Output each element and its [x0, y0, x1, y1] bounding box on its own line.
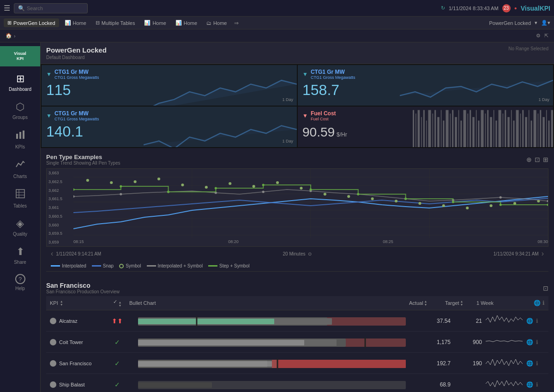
info-icon-ship[interactable]: ℹ	[536, 381, 538, 388]
navtab-dropdown-icon[interactable]: ▾	[535, 20, 537, 26]
svg-rect-49	[533, 110, 536, 147]
svg-point-79	[347, 195, 350, 198]
navtab-multiple-tables[interactable]: ⊟ Multiple Tables	[92, 18, 139, 27]
charts-icon	[15, 159, 26, 172]
legend-color-interpolated	[51, 265, 60, 267]
sidebar-label-groups: Groups	[12, 115, 28, 120]
kpi-tile-1[interactable]: ▼ CTG1 Gr MW CTG1 Gross Megawatts 115 1 …	[42, 65, 297, 106]
chart-fullscreen-icon[interactable]: ⊞	[543, 156, 548, 163]
sf-subtitle: San Francisco Production Overview	[46, 289, 120, 294]
kpi-axis-label-1: 1 Day	[282, 97, 293, 102]
search-box[interactable]: 🔍 Search	[14, 3, 88, 13]
info-icon-alcatraz[interactable]: ℹ	[536, 318, 538, 324]
svg-rect-44	[520, 113, 521, 147]
sidebar-label-dashboard: Dashboard	[9, 87, 31, 92]
sidebar-item-dashboard[interactable]: ⊞ Dashboard	[0, 68, 40, 96]
col-actual[interactable]: Actual ▲▼	[409, 300, 441, 306]
kpi-arrow-1: ▼	[46, 71, 52, 77]
kpis-icon	[15, 129, 26, 143]
table-row[interactable]: Alcatraz ⬆⬆ 37.54 21	[46, 310, 548, 332]
svg-rect-39	[505, 110, 506, 147]
svg-point-103	[262, 184, 265, 186]
status-alcatraz: ⬆⬆	[112, 317, 123, 325]
dashboard-header: No Range Selected PowerGen Locked Defaul…	[41, 42, 554, 64]
sparkline-alcatraz	[486, 313, 523, 327]
kpi-tile-2[interactable]: ▼ CTG1 Gr MW CTG1 Gross Megawatts 158.7 …	[298, 65, 553, 106]
sidebar-item-share[interactable]: ⬆ Share	[0, 241, 40, 269]
table-row[interactable]: San Francisco ✓ 192.7 190	[46, 353, 548, 374]
time-zoom-icon[interactable]: ⊙	[308, 251, 312, 256]
settings-icon[interactable]: ⚙	[536, 33, 541, 39]
svg-point-69	[110, 181, 113, 184]
navtab-home3[interactable]: 📊 Home	[172, 18, 201, 27]
alert-count[interactable]: 23	[502, 4, 511, 12]
sidebar-item-kpis[interactable]: KPIs	[0, 125, 40, 154]
kpi-sparkline-1	[144, 65, 297, 106]
bullet-chart-sf	[129, 358, 415, 369]
y-label-5: 3,660.5	[48, 214, 72, 219]
col-status[interactable]: ✓ ▲▼	[109, 299, 126, 307]
sf-title: San Francisco	[46, 282, 120, 289]
svg-rect-26	[467, 113, 468, 147]
svg-rect-3	[16, 190, 24, 198]
expand-icon[interactable]: ⇱	[544, 33, 548, 39]
sf-fullscreen-icon[interactable]: ⊡	[543, 285, 548, 292]
kpi-icon-alcatraz	[50, 318, 56, 324]
col-target[interactable]: Target ▲▼	[445, 300, 473, 306]
user-icon[interactable]: 👤▾	[541, 20, 550, 26]
sidebar-item-charts[interactable]: Charts	[0, 154, 40, 184]
svg-rect-43	[516, 110, 518, 147]
sidebar-item-quality[interactable]: ◈ Quality	[0, 213, 40, 241]
chart-add-icon[interactable]: ⊕	[526, 156, 532, 163]
globe-icon-alcatraz[interactable]: 🌐	[526, 318, 533, 324]
svg-rect-13	[428, 110, 431, 147]
home-icon[interactable]: 🏠	[6, 33, 12, 39]
svg-point-73	[205, 186, 208, 189]
globe-icon-sf[interactable]: 🌐	[526, 360, 533, 367]
globe-icon-ship[interactable]: 🌐	[526, 381, 533, 388]
kpi-subname-fuel: Fuel Cost	[311, 117, 336, 121]
sort-arrows-actual: ▲▼	[424, 300, 428, 306]
time-next-btn[interactable]: ›	[542, 249, 544, 258]
table-row[interactable]: Coit Tower ✓ 1,175 900	[46, 332, 548, 353]
sidebar-item-groups[interactable]: ⬡ Groups	[0, 96, 40, 125]
sidebar-item-help[interactable]: ? Help	[0, 269, 40, 296]
svg-rect-51	[540, 110, 541, 147]
col-actions: 🌐 ℹ	[508, 300, 545, 306]
hamburger-menu[interactable]: ☰	[4, 4, 10, 12]
time-prev-btn[interactable]: ‹	[51, 249, 53, 258]
kpi-tile-fuel[interactable]: ▼ Fuel Cost Fuel Cost 90.59 $/Hr	[298, 107, 553, 147]
navtab-more[interactable]: ⇒	[234, 20, 239, 26]
svg-point-68	[86, 179, 89, 182]
time-nav: ‹ 1/11/2024 9:14:21 AM 20 Minutes ⊙ 1/11…	[46, 247, 548, 261]
sidebar-label-kpis: KPIs	[15, 144, 25, 149]
kpi-tile-3[interactable]: ▼ CTG1 Gr MW CTG1 Gross Megawatts 140.1 …	[42, 107, 297, 147]
sidebar-item-tables[interactable]: Tables	[0, 184, 40, 213]
col-timeframe[interactable]: 1 Week	[476, 300, 504, 306]
table-row[interactable]: Ship Balast ✓ 68.9	[46, 374, 548, 392]
legend-interpolated: Interpolated	[51, 263, 86, 268]
navtab-powergen[interactable]: ⊞ PowerGen Locked	[4, 18, 59, 27]
navtab-home4[interactable]: 🗂 Home	[203, 19, 230, 27]
navtab-home1[interactable]: 📊 Home	[61, 18, 90, 27]
alert-icon: ●	[514, 6, 517, 11]
col-kpi[interactable]: KPI ▲▼	[50, 300, 105, 306]
kpi-subname-3: CTG1 Gross Megawatts	[54, 117, 99, 121]
navtab-home2[interactable]: 📊 Home	[140, 18, 169, 27]
svg-rect-7	[413, 110, 414, 147]
svg-point-84	[466, 207, 469, 209]
info-icon-sf[interactable]: ℹ	[536, 360, 538, 367]
kpi-icon-coit	[50, 339, 56, 345]
svg-rect-37	[498, 110, 501, 147]
globe-icon-coit[interactable]: 🌐	[526, 339, 533, 345]
kpi-name-2: CTG1 Gr MW	[311, 69, 355, 75]
refresh-icon[interactable]: ↻	[441, 5, 445, 11]
legend-color-symbol	[119, 264, 124, 268]
navtab-label: Home	[73, 20, 86, 26]
target-alcatraz: 21	[454, 318, 482, 324]
info-icon-coit[interactable]: ℹ	[536, 339, 538, 345]
col-chart-label[interactable]: Bullet Chart	[129, 300, 405, 306]
chart-expand-icon[interactable]: ⊡	[535, 156, 540, 163]
sf-section: San Francisco San Francisco Production O…	[42, 277, 553, 392]
svg-rect-38	[503, 113, 504, 147]
